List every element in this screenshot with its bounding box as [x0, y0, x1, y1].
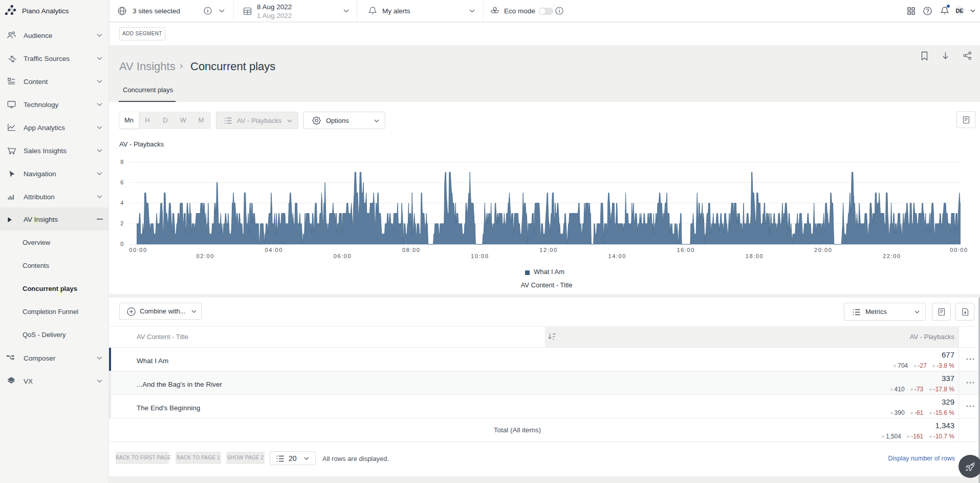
svg-text:14:00: 14:00 — [608, 253, 626, 259]
svg-text:8: 8 — [120, 159, 124, 165]
svg-text:10:00: 10:00 — [471, 253, 489, 259]
svg-text:20:00: 20:00 — [814, 247, 833, 253]
svg-text:4: 4 — [120, 200, 124, 206]
svg-text:16:00: 16:00 — [677, 247, 695, 253]
svg-text:08:00: 08:00 — [402, 247, 421, 253]
svg-text:04:00: 04:00 — [265, 247, 284, 253]
svg-text:00:00: 00:00 — [129, 247, 147, 253]
svg-text:06:00: 06:00 — [334, 253, 352, 259]
svg-text:0: 0 — [120, 241, 124, 247]
svg-text:00:00: 00:00 — [950, 247, 968, 253]
svg-text:6: 6 — [120, 179, 124, 185]
svg-text:2: 2 — [120, 220, 124, 226]
svg-text:18:00: 18:00 — [746, 253, 764, 259]
svg-text:12:00: 12:00 — [539, 247, 558, 253]
svg-text:02:00: 02:00 — [196, 253, 214, 259]
svg-text:22:00: 22:00 — [883, 253, 901, 259]
